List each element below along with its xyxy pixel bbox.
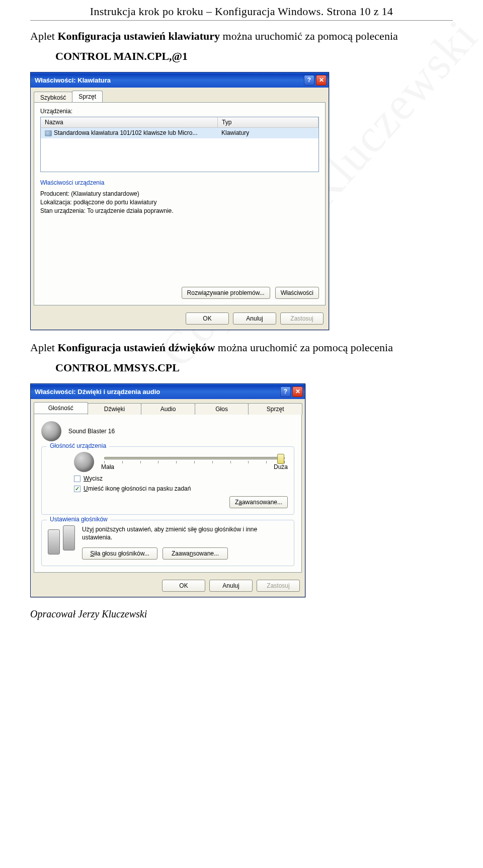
speaker-icon (74, 452, 94, 472)
checkbox-mute-row[interactable]: WWyciszycisz (74, 475, 288, 482)
close-button[interactable]: ✕ (292, 386, 303, 397)
command-1: CONTROL MAIN.CPL,@1 (55, 50, 453, 63)
close-button[interactable]: ✕ (316, 75, 327, 86)
tab-hardware[interactable]: Sprzęt (248, 403, 302, 415)
para1-a: Aplet (30, 30, 57, 42)
label-high: Duża (274, 463, 288, 470)
checkbox-tray[interactable] (74, 486, 80, 492)
speaker-volume-button[interactable]: Siła głosu głośników... (82, 547, 157, 560)
para2-c: można uruchomić za pomocą polecenia (215, 341, 393, 354)
tab-strip: Szybkość Sprzęt (31, 88, 329, 102)
advanced-button-2[interactable]: Zaawansowane... (163, 547, 228, 560)
list-row[interactable]: Standardowa klawiatura 101/102 klawisze … (41, 128, 318, 138)
devices-list[interactable]: Nazwa Typ Standardowa klawiatura 101/102… (40, 117, 319, 172)
window-audio-properties: Właściwości: Dźwięki i urządzenia audio … (30, 383, 305, 597)
apply-button[interactable]: Zastosuj (280, 312, 324, 325)
cancel-button[interactable]: Anuluj (209, 580, 253, 592)
apply-button[interactable]: Zastosuj (257, 580, 300, 592)
kv-location: Lokalizacja: podłączone do portu klawiat… (40, 199, 319, 206)
troubleshoot-button[interactable]: Rozwiązywanie problemów... (182, 287, 270, 299)
tab-hardware[interactable]: Sprzęt (72, 91, 103, 102)
properties-button[interactable]: Właściwości (275, 287, 319, 299)
row-name: Standardowa klawiatura 101/102 klawisze … (54, 129, 197, 136)
ok-button[interactable]: OK (162, 580, 205, 592)
col-type[interactable]: Typ (218, 117, 318, 127)
kv-status: Stan urządzenia: To urządzenie działa po… (40, 207, 319, 214)
cancel-button[interactable]: Anuluj (233, 312, 276, 325)
command-2: CONTROL MMSYS.CPL (55, 361, 453, 374)
para2-a: Aplet (30, 341, 57, 354)
checkbox-tray-row[interactable]: Umieść ikonę głośności na pasku zadań (74, 485, 288, 492)
keyboard-icon (45, 130, 52, 136)
para2-b: Konfiguracja ustawień dźwięków (57, 341, 215, 354)
para1-c: można uruchomić za pomocą polecenia (220, 30, 398, 42)
window-title: Właściwości: Klawiatura (35, 76, 111, 84)
header-rule (30, 20, 453, 21)
speakers-help-text: Użyj poniższych ustawień, aby zmienić si… (82, 525, 288, 541)
paragraph-2: Aplet Konfiguracja ustawień dźwięków moż… (30, 341, 453, 354)
group-title-speakers: Ustawienia głośników (47, 516, 111, 523)
window-title: Właściwości: Dźwięki i urządzenia audio (35, 388, 160, 396)
slider-thumb[interactable] (277, 454, 284, 464)
list-header[interactable]: Nazwa Typ (41, 117, 318, 128)
tab-body: Sound Blaster 16 Głośność urządzenia (34, 414, 302, 573)
ok-button[interactable]: OK (186, 312, 229, 325)
checkbox-mute[interactable] (74, 476, 80, 482)
speakers-icon (48, 525, 75, 558)
help-button[interactable]: ? (280, 386, 291, 397)
checkbox-mute-label: WWyciszycisz (84, 475, 103, 482)
col-name[interactable]: Nazwa (41, 117, 218, 127)
volume-slider[interactable] (104, 457, 285, 459)
tab-speed[interactable]: Szybkość (34, 92, 72, 103)
help-button[interactable]: ? (304, 75, 314, 86)
device-properties-title: Właściwości urządzenia (40, 179, 319, 186)
window-keyboard-properties: Właściwości: Klawiatura ? ✕ Szybkość Spr… (30, 72, 329, 330)
tab-volume[interactable]: Głośność (34, 402, 88, 414)
row-type: Klawiatury (217, 128, 318, 138)
tab-body: Urządzenia: Nazwa Typ Standardowa klawia… (34, 102, 326, 305)
speaker-icon (41, 421, 61, 441)
group-title-volume: Głośność urządzenia (47, 442, 109, 449)
label-low: Mała (101, 463, 114, 470)
titlebar[interactable]: Właściwości: Klawiatura ? ✕ (31, 72, 329, 88)
advanced-button[interactable]: Zaawansowane... (229, 496, 288, 508)
kv-manufacturer: Producent: (Klawiatury standardowe) (40, 190, 319, 197)
group-device-volume: Głośność urządzenia Mała Duża (41, 446, 294, 515)
page-footer: Opracował Jerzy Kluczewski (30, 608, 453, 620)
tab-voice[interactable]: Głos (195, 403, 249, 415)
device-name: Sound Blaster 16 (68, 428, 115, 435)
tab-strip: Głośność Dźwięki Audio Głos Sprzęt (31, 399, 305, 414)
group-speakers: Ustawienia głośników Użyj poniższych ust… (41, 520, 294, 566)
tab-audio[interactable]: Audio (141, 403, 195, 415)
devices-label: Urządzenia: (40, 108, 319, 115)
page-header: Instrukcja krok po kroku – Konfiguracja … (30, 0, 453, 18)
para1-b: Konfiguracja ustawień klawiatury (57, 30, 220, 42)
titlebar[interactable]: Właściwości: Dźwięki i urządzenia audio … (31, 384, 305, 399)
paragraph-1: Aplet Konfiguracja ustawień klawiatury m… (30, 30, 453, 43)
dialog-button-row: OK Anuluj Zastosuj (31, 576, 305, 597)
dialog-button-row: OK Anuluj Zastosuj (31, 308, 329, 330)
checkbox-tray-label: Umieść ikonę głośności na pasku zadań (84, 485, 191, 492)
tab-sounds[interactable]: Dźwięki (88, 403, 142, 415)
